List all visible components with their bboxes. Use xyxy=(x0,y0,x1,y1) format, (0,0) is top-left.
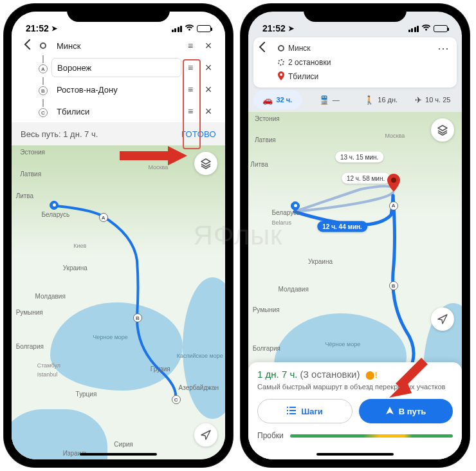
recenter-button[interactable] xyxy=(194,423,217,447)
back-button[interactable] xyxy=(19,39,35,53)
map-country-label: Румыния xyxy=(16,309,43,316)
map-city-label: Киев xyxy=(73,243,86,249)
map-country-label: Литва xyxy=(250,161,268,168)
drag-handle-icon[interactable]: ≡ xyxy=(181,106,199,116)
stop-circle-icon: A xyxy=(39,64,48,73)
map-layers-button[interactable] xyxy=(431,118,454,142)
list-icon xyxy=(287,407,296,416)
status-time: 21:52 xyxy=(26,23,49,33)
walk-icon: 🚶 xyxy=(364,95,374,105)
mode-plane-chip[interactable]: ✈ 10 ч. 25 xyxy=(409,90,457,109)
annotation-arrow xyxy=(120,144,190,167)
stop-circle-icon: C xyxy=(39,108,48,117)
mode-car-chip[interactable]: 🚗 32 ч. xyxy=(253,90,302,109)
remove-stop-button[interactable]: × xyxy=(199,83,217,97)
route-summary-bar: Весь путь: 1 дн. 7 ч. ГОТОВО xyxy=(12,122,225,145)
map-country-label: Турция xyxy=(76,391,97,398)
svg-point-0 xyxy=(391,178,396,183)
phone-left: 21:52 ➤ xyxy=(4,4,233,467)
waypoint-marker-a[interactable]: A xyxy=(389,201,398,210)
drag-handle-icon[interactable]: ≡ xyxy=(181,41,199,51)
steps-button[interactable]: Шаги xyxy=(257,399,352,423)
cellular-icon xyxy=(172,26,183,32)
traffic-row: Пробки xyxy=(257,431,453,440)
phone-right: 21:52 ➤ Минск xyxy=(241,4,470,467)
stops-count-label[interactable]: 2 остановки xyxy=(288,58,452,67)
wifi-icon xyxy=(421,24,431,33)
done-button[interactable]: ГОТОВО xyxy=(181,129,216,139)
more-options-button[interactable]: ⋯ xyxy=(435,41,452,55)
waypoint-marker-b[interactable]: B xyxy=(389,281,398,290)
waypoint-marker-b[interactable]: B xyxy=(133,313,142,322)
map-city-label: Belarus xyxy=(272,219,292,226)
map-layers-button[interactable] xyxy=(194,152,217,175)
map-canvas[interactable]: Эстония Латвия Литва Москва Беларусь Bel… xyxy=(248,112,462,459)
waypoint-marker-c[interactable]: C xyxy=(172,395,181,404)
map-country-label: Украина xyxy=(308,258,333,265)
home-indicator[interactable] xyxy=(316,453,394,456)
steps-button-label: Шаги xyxy=(301,407,323,416)
screen-left: 21:52 ➤ xyxy=(12,12,225,459)
map-country-label: Болгария xyxy=(16,343,44,350)
status-time: 21:52 xyxy=(262,23,286,33)
car-icon: 🚗 xyxy=(262,95,273,105)
route-stop-row-origin: Минск ≡ × xyxy=(15,35,221,57)
origin-marker[interactable] xyxy=(50,201,59,210)
origin-field[interactable]: Минск xyxy=(51,36,181,55)
sheet-stops: (3 остановки) xyxy=(300,369,360,380)
route-time-bubble-main[interactable]: 12 ч. 44 мин. xyxy=(317,221,367,232)
map-country-label: Молдавия xyxy=(35,293,66,300)
route-time-bubble-alt[interactable]: 12 ч. 58 мин. xyxy=(342,172,390,183)
map-country-label: Румыния xyxy=(253,306,280,313)
recenter-button[interactable] xyxy=(431,308,454,331)
battery-icon xyxy=(197,25,211,32)
route-stop-row-c: C Тбилиси ≡ × xyxy=(15,100,221,122)
mode-plane-duration: 10 ч. 25 xyxy=(425,96,450,104)
route-stop-row-a: A Воронеж ≡ × xyxy=(15,57,221,78)
route-stop-row-b: B Ростов-на-Дону ≡ × xyxy=(15,78,221,100)
drag-handle-icon[interactable]: ≡ xyxy=(181,84,199,95)
map-country-label: Украина xyxy=(63,264,87,272)
mode-transit-duration: — xyxy=(333,96,340,104)
sheet-duration: 1 дн. 7 ч. xyxy=(257,369,297,380)
remove-stop-button[interactable]: × xyxy=(199,105,217,118)
transit-icon: 🚆 xyxy=(319,95,329,105)
stop-a-field[interactable]: Воронеж xyxy=(51,58,181,77)
home-indicator[interactable] xyxy=(80,453,157,456)
stop-circle-icon: B xyxy=(39,86,48,95)
cellular-icon xyxy=(408,26,419,32)
route-time-bubble-alt[interactable]: 13 ч. 15 мин. xyxy=(335,152,383,163)
back-button[interactable] xyxy=(259,42,274,55)
total-duration-label: Весь путь: 1 дн. 7 ч. xyxy=(21,129,98,139)
map-country-label: Беларусь xyxy=(272,209,300,216)
route-editor-panel: Минск ≡ × A Воронеж ≡ × B Ро xyxy=(12,35,225,122)
annotation-arrow xyxy=(380,358,431,403)
stop-c-field[interactable]: Тбилиси xyxy=(51,102,181,121)
location-services-icon: ➤ xyxy=(51,24,57,33)
mode-transit-chip[interactable]: 🚆 — xyxy=(306,90,354,109)
wifi-icon xyxy=(185,24,194,33)
destination-label[interactable]: Тбилиси xyxy=(288,72,452,81)
battery-icon xyxy=(434,25,448,32)
map-country-label: Эстония xyxy=(255,115,280,122)
location-services-icon: ➤ xyxy=(288,24,294,33)
route-summary-card: Минск ⋯ 2 остановки Тбилиси xyxy=(253,37,457,88)
stops-icon xyxy=(278,59,284,66)
destination-pin[interactable] xyxy=(387,174,400,196)
traffic-label: Пробки xyxy=(257,431,284,440)
drag-handle-icon[interactable]: ≡ xyxy=(181,62,199,73)
remove-stop-button[interactable]: × xyxy=(199,61,217,75)
start-button-label: В путь xyxy=(399,407,426,416)
origin-label[interactable]: Минск xyxy=(288,44,435,53)
stop-b-field[interactable]: Ростов-на-Дону xyxy=(51,80,181,99)
map-canvas[interactable]: Эстония Латвия Литва Беларусь Москва Кие… xyxy=(12,145,225,459)
origin-marker[interactable] xyxy=(291,201,300,210)
waypoint-marker-a[interactable]: A xyxy=(99,213,108,222)
map-country-label: Латвия xyxy=(20,171,41,178)
map-country-label: Литва xyxy=(16,192,34,199)
notch xyxy=(304,4,407,22)
mode-walk-chip[interactable]: 🚶 16 дн. xyxy=(357,90,405,109)
mode-car-duration: 32 ч. xyxy=(276,96,292,104)
origin-circle-icon xyxy=(40,42,46,49)
remove-stop-button[interactable]: × xyxy=(199,39,217,53)
